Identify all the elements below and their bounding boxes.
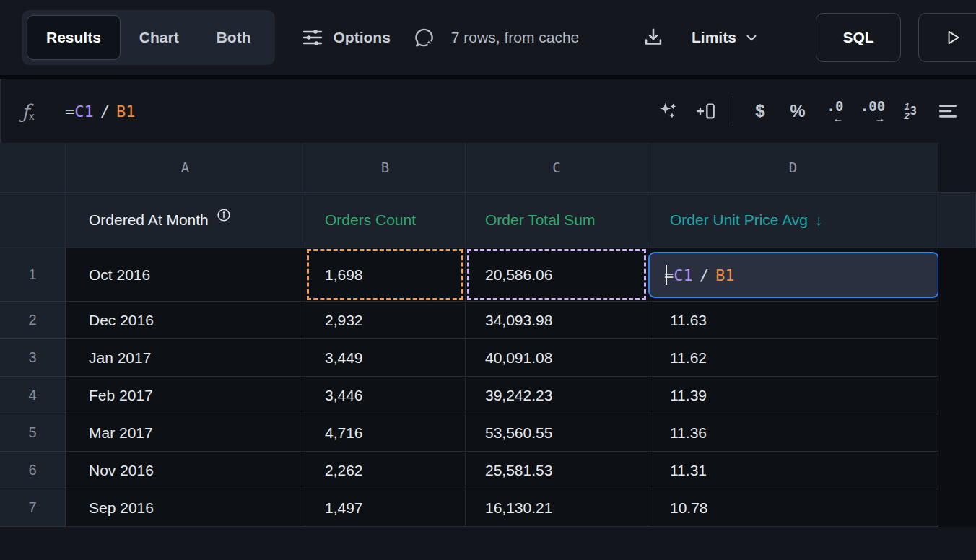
cell-ref-c1[interactable]: 20,586.06 bbox=[466, 248, 648, 302]
cell-c[interactable]: 34,093.98 bbox=[466, 302, 648, 339]
formula-operator: / bbox=[693, 266, 715, 284]
info-icon[interactable] bbox=[216, 207, 232, 223]
chevron-down-icon bbox=[744, 30, 759, 45]
cell-c[interactable]: 16,130.21 bbox=[466, 489, 648, 527]
number-format-button[interactable]: 1 2 3 bbox=[897, 89, 924, 133]
row-number[interactable]: 2 bbox=[0, 302, 66, 339]
formula-ref-c1: C1 bbox=[74, 102, 94, 121]
sql-button[interactable]: SQL bbox=[816, 13, 901, 62]
cell-b[interactable]: 1,497 bbox=[305, 489, 466, 527]
cell-b[interactable]: 4,716 bbox=[305, 414, 466, 452]
cell-b[interactable]: 2,932 bbox=[305, 302, 466, 339]
header-orders-count[interactable]: Orders Count bbox=[305, 192, 466, 248]
download-icon bbox=[641, 25, 666, 50]
column-letter-d[interactable]: D bbox=[648, 143, 938, 192]
row-number[interactable]: 3 bbox=[0, 339, 66, 377]
align-button[interactable] bbox=[934, 89, 962, 133]
cell-d[interactable]: 11.39 bbox=[648, 377, 938, 414]
header-ordered-at-month[interactable]: Ordered At Month bbox=[66, 192, 305, 248]
cell-a[interactable]: Mar 2017 bbox=[66, 414, 305, 452]
table-row: 7 Sep 2016 1,497 16,130.21 10.78 bbox=[0, 489, 976, 527]
cell-a[interactable]: Oct 2016 bbox=[66, 248, 305, 302]
table-row: 4 Feb 2017 3,446 39,242.23 11.39 bbox=[0, 377, 976, 414]
options-button[interactable]: Options bbox=[301, 26, 391, 49]
row-number[interactable]: 4 bbox=[0, 377, 66, 414]
insert-column-icon bbox=[694, 100, 718, 123]
grid-filler bbox=[938, 192, 976, 248]
cell-a[interactable]: Jan 2017 bbox=[66, 339, 305, 377]
cell-d[interactable]: 11.62 bbox=[648, 339, 938, 377]
header-order-unit-price-avg[interactable]: Order Unit Price Avg ↓ bbox=[648, 192, 938, 248]
cell-d[interactable]: 10.78 bbox=[648, 489, 938, 527]
row-number[interactable]: 6 bbox=[0, 452, 66, 489]
column-letter-a[interactable]: A bbox=[66, 143, 305, 192]
column-letters-row: A B C D bbox=[0, 143, 976, 192]
cell-b[interactable]: 3,446 bbox=[305, 377, 466, 414]
grid-filler bbox=[938, 377, 976, 414]
cell-d[interactable]: =C1/B1 bbox=[648, 248, 938, 302]
table-row: 6 Nov 2016 2,262 25,581.53 11.31 bbox=[0, 452, 976, 489]
tab-both[interactable]: Both bbox=[198, 15, 270, 60]
corner-cell[interactable] bbox=[0, 143, 66, 192]
insert-column-button[interactable] bbox=[692, 89, 720, 133]
cell-d[interactable]: 11.36 bbox=[648, 414, 938, 452]
row-number[interactable]: 7 bbox=[0, 489, 66, 527]
row-number[interactable]: 1 bbox=[0, 248, 66, 302]
toolbar-divider bbox=[733, 96, 733, 126]
options-label: Options bbox=[334, 29, 391, 46]
cell-b[interactable]: 2,262 bbox=[305, 452, 466, 489]
formula-input[interactable]: =C1/B1 bbox=[65, 102, 136, 121]
results-toolbar: Results Chart Both Options 7 rows, from … bbox=[0, 0, 976, 75]
decrease-decimal-icon: .0 ← bbox=[827, 100, 844, 123]
cell-d[interactable]: 11.31 bbox=[648, 452, 938, 489]
row-number[interactable]: 5 bbox=[0, 414, 66, 452]
view-switcher: Results Chart Both bbox=[22, 10, 275, 65]
cell-c[interactable]: 25,581.53 bbox=[466, 452, 648, 489]
cell-c[interactable]: 39,242.23 bbox=[466, 377, 648, 414]
column-letter-c[interactable]: C bbox=[466, 143, 648, 192]
cell-c[interactable]: 53,560.55 bbox=[466, 414, 648, 452]
ai-suggest-button[interactable] bbox=[655, 89, 682, 133]
header-label: Orders Count bbox=[325, 211, 416, 229]
currency-format-button[interactable]: $ bbox=[746, 89, 774, 133]
table-row: 5 Mar 2017 4,716 53,560.55 11.36 bbox=[0, 414, 976, 452]
formula-cell-editor[interactable]: =C1/B1 bbox=[648, 252, 939, 298]
cell-a[interactable]: Nov 2016 bbox=[66, 452, 305, 489]
cell-a[interactable]: Feb 2017 bbox=[66, 377, 305, 414]
download-button[interactable] bbox=[641, 25, 666, 50]
formula-ref-b1: B1 bbox=[715, 266, 735, 284]
grid-filler bbox=[938, 339, 976, 377]
results-grid: A B C D Ordered At Month Orders Count Or… bbox=[0, 143, 976, 560]
formula-ref-b1: B1 bbox=[116, 102, 136, 121]
header-label: Order Unit Price Avg bbox=[670, 211, 808, 229]
align-lines-icon bbox=[936, 100, 959, 123]
ai-chat-button[interactable] bbox=[411, 25, 437, 51]
wrap-text-button[interactable] bbox=[972, 89, 976, 133]
column-letter-b[interactable]: B bbox=[305, 143, 466, 192]
sliders-icon bbox=[301, 26, 324, 49]
cell-c[interactable]: 40,091.08 bbox=[466, 339, 648, 377]
dollar-icon: $ bbox=[755, 101, 764, 121]
cell-d[interactable]: 11.63 bbox=[648, 302, 938, 339]
table-row: 3 Jan 2017 3,449 40,091.08 11.62 bbox=[0, 339, 976, 377]
cell-b[interactable]: 3,449 bbox=[305, 339, 466, 377]
cell-a[interactable]: Dec 2016 bbox=[66, 302, 305, 339]
grid-filler bbox=[938, 452, 976, 489]
percent-icon: % bbox=[790, 101, 805, 121]
grid-filler bbox=[938, 489, 976, 527]
limits-dropdown[interactable]: Limits bbox=[692, 29, 759, 46]
text-cursor bbox=[666, 265, 667, 285]
percent-format-button[interactable]: % bbox=[784, 89, 811, 133]
run-button[interactable] bbox=[918, 13, 976, 62]
cell-a[interactable]: Sep 2016 bbox=[66, 489, 305, 527]
tab-results[interactable]: Results bbox=[27, 15, 121, 60]
tab-chart[interactable]: Chart bbox=[121, 15, 198, 60]
header-label: Order Total Sum bbox=[485, 211, 596, 229]
cell-ref-b1[interactable]: 1,698 bbox=[305, 248, 466, 302]
decrease-decimal-button[interactable]: .0 ← bbox=[822, 89, 849, 133]
grid-filler bbox=[938, 302, 976, 339]
header-order-total-sum[interactable]: Order Total Sum bbox=[466, 192, 648, 248]
increase-decimal-button[interactable]: .00 → bbox=[859, 89, 886, 133]
grid-filler bbox=[938, 143, 976, 192]
chat-sparkle-icon bbox=[411, 25, 437, 51]
